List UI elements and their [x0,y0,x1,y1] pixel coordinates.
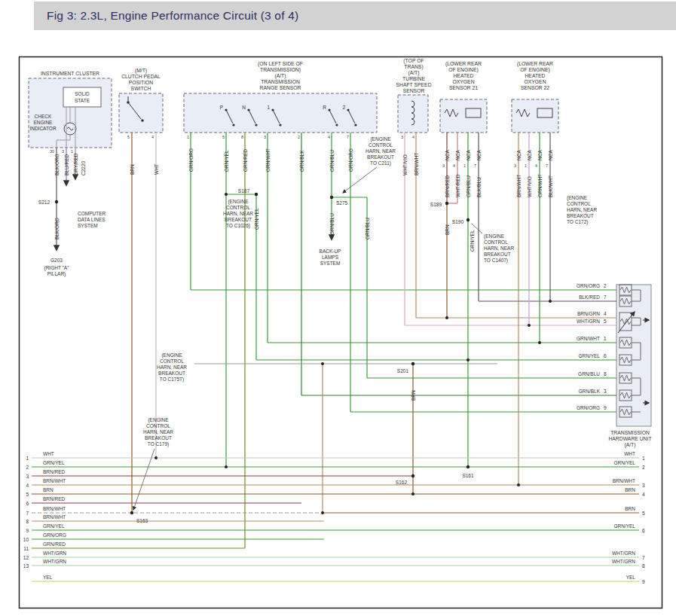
row-label: WHT/GRN [612,550,635,556]
row-label: BRN/RED [43,469,66,474]
wire-label: GRN/ORG [188,148,194,172]
wire-label: WHT/VIO [527,176,532,197]
indicator-label: ENGINE [34,120,54,125]
wire-label: BRN [130,164,135,175]
note-line: HARN, NEAR [484,245,514,251]
pin-number: 3 [442,163,445,168]
diagram-border [20,57,662,608]
note-line: LAMPS [322,255,339,260]
row-number: 6 [26,501,29,506]
note-line: DATA LINES [78,217,106,222]
row-label: BRN/RED [43,496,66,502]
component-title: (M/T) [135,68,147,74]
component-title: CLUTCH PEDAL [121,74,161,79]
pin-number: 7 [546,163,548,168]
wire-label: WHT [154,163,159,175]
pin-number: 4 [328,135,330,139]
row-label: WHT [43,451,54,456]
solid-state-box [63,87,101,107]
range-sensor-box [184,93,377,133]
component-title: TRANSMISSION [610,430,650,435]
note-line: (ENGINE [370,136,391,142]
component-title: OXYGEN [452,79,474,84]
wire-label: NCA [466,150,471,160]
pin-number: 4 [151,135,154,139]
note-line: (RIGHT "A" [44,265,69,271]
tcu-row-label: GRN/BLU [578,371,600,377]
gear-position: 1 [267,105,270,110]
row-number: 9 [642,579,645,584]
row-label: GRN/ORG [43,532,66,538]
component-title: OF ENGINE) [448,67,479,73]
wire-label: BRN/RED [445,175,450,197]
row-number: 7 [642,555,645,560]
note-line: CONTROL [160,358,184,364]
gear-position: 2 [342,105,345,110]
note-line: COMPUTER [78,211,106,216]
tcu-box [616,285,651,426]
component-title: RANGE SENSOR [260,85,301,90]
component-title: TRANSMISSION [261,79,300,84]
row-label: BRN/WHT [43,506,66,511]
splice-S187 [255,193,258,196]
row-number: 12 [23,555,29,560]
pin-number: 4 [453,163,455,168]
note-line: SYSTEM [78,223,98,228]
row-label: BRN [43,487,54,492]
indicator-label: INDICATOR [29,126,56,131]
wire-label: WHT/VIO [402,154,408,175]
wire-label: GRN/WHT [265,148,271,172]
pin-number: 5 [222,135,225,139]
row-number: 7 [26,511,29,516]
component-title: HEATED [453,73,473,78]
row-number: 8 [26,519,29,524]
gear-position: P [220,105,223,110]
tcu-row-label: WHT/GRN [577,319,600,324]
turbine-sensor-box [398,95,428,133]
pin-number: 1 [463,163,466,168]
note-line: HARN, NEAR [223,211,253,216]
ground-label: G203 [50,258,63,263]
row-label: WHT/GRN [43,550,66,556]
row-label: WHT/GRN [612,559,635,564]
gear-position: N [242,105,246,110]
wire-label: BLK/WHT [548,175,553,197]
note-line: HARN, NEAR [143,429,173,435]
wire-label: WHT/RED [455,174,460,197]
wire-label: NCA [548,150,553,160]
splice-S161 [466,465,470,468]
pin-number: 1 [187,135,189,139]
wire-label: GRN/YEL [224,150,229,172]
row-label: BRN [625,487,635,492]
note-line: (ENGINE [148,417,169,423]
pin-number: 5 [127,135,130,139]
splice-S201 [411,362,414,365]
wire-label: BLK/BLU [476,177,482,197]
note-line: CONTROL [369,142,393,148]
component-title: (A/T) [274,73,286,79]
pin-number: 7 [347,135,349,139]
tcu-row-label: GRN/ORG [577,283,600,288]
note-line: CONTROL [226,205,250,210]
component-title: (ON LEFT SIDE OF [258,61,303,67]
tcu-pin: 3 [604,389,607,394]
solid-state-label: SOLID [75,91,90,96]
wire-label: BRN [411,390,416,401]
pin-number: 2 [298,135,300,139]
tcu-row-label: BLK/RED [579,294,600,300]
splice-S163 [130,511,133,514]
component-title: (LOWER REAR [517,61,553,67]
indicator-label: CHECK [35,114,52,119]
wire-label: GRN/BLU [329,150,335,172]
component-title: POSITION [129,80,154,85]
tcu-pin: 1 [604,336,607,341]
pin-number: 1 [71,149,73,154]
row-label: BRN/WHT [43,514,66,520]
row-number: 10 [23,537,29,542]
component-title: TRANS) [404,64,423,70]
splice-S212 [55,200,58,203]
note-line: BREAKOUT [484,252,511,257]
row-number: 2 [26,465,29,470]
component-title: SHAFT SPEED [396,82,431,87]
row-number: 3 [642,483,645,488]
